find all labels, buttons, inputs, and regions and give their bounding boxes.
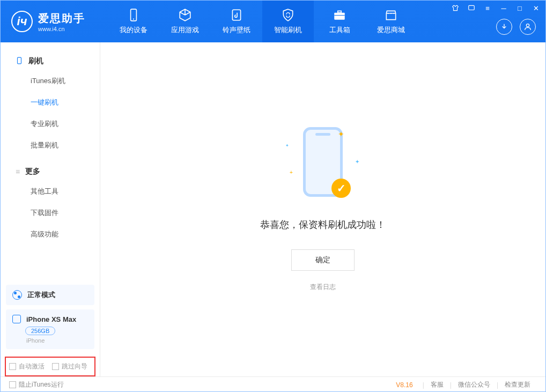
- svg-point-6: [388, 13, 389, 14]
- device-box[interactable]: iPhone XS Max 256GB iPhone: [6, 309, 94, 349]
- main-content: ✓ ✦ ✦ ✦ + 恭喜您，保资料刷机成功啦！ 确定 查看日志: [100, 42, 545, 376]
- sidebar-item-oneclick-flash[interactable]: 一键刷机: [31, 92, 100, 113]
- mode-box[interactable]: 正常模式: [6, 285, 94, 305]
- svg-rect-11: [18, 57, 21, 64]
- svg-rect-4: [338, 11, 342, 12]
- svg-rect-5: [334, 15, 345, 16]
- user-icon[interactable]: [520, 19, 536, 35]
- sidebar-item-advanced[interactable]: 高级功能: [31, 224, 100, 245]
- store-icon: [384, 8, 398, 22]
- download-icon[interactable]: [496, 19, 512, 35]
- footer-link-support[interactable]: 客服: [424, 380, 450, 389]
- list-icon: ≡: [16, 167, 20, 176]
- sidebar-item-itunes-flash[interactable]: iTunes刷机: [31, 70, 100, 92]
- nav-tab-label: 我的设备: [120, 25, 147, 35]
- footer-link-update[interactable]: 检查更新: [498, 380, 537, 389]
- device-name: iPhone XS Max: [26, 315, 76, 323]
- sidebar-section-more: ≡ 更多: [1, 162, 100, 181]
- sidebar-items-more: 其他工具 下载固件 高级功能: [1, 181, 100, 245]
- device-icon: [127, 8, 141, 22]
- shield-refresh-icon: [281, 8, 295, 22]
- checkbox-label: 跳过向导: [62, 362, 87, 371]
- checkbox-box: [52, 363, 59, 370]
- sidebar-item-other-tools[interactable]: 其他工具: [31, 181, 100, 202]
- check-badge-icon: ✓: [331, 179, 351, 198]
- sidebar-item-download-firmware[interactable]: 下载固件: [31, 202, 100, 224]
- svg-point-1: [133, 19, 134, 20]
- device-phone-icon: [12, 315, 21, 323]
- checkbox-row-highlighted: 自动激活 跳过向导: [5, 357, 95, 376]
- version-label: V8.16: [396, 381, 412, 389]
- sparkle-icon: ✦: [285, 143, 289, 148]
- checkbox-box: [9, 381, 16, 388]
- checkbox-box: [9, 363, 16, 370]
- svg-rect-3: [334, 13, 345, 20]
- nav-tab-label: 智能刷机: [274, 25, 302, 35]
- nav-tab-label: 工具箱: [329, 25, 350, 35]
- svg-point-8: [393, 13, 394, 14]
- sidebar-items-flash: iTunes刷机 一键刷机 专业刷机 批量刷机: [1, 70, 100, 156]
- checkbox-label: 阻止iTunes运行: [19, 380, 64, 389]
- sparkle-icon: +: [290, 169, 293, 175]
- svg-rect-2: [232, 10, 240, 20]
- nav-tab-apps[interactable]: 应用游戏: [159, 1, 211, 42]
- app-subtitle: www.i4.cn: [38, 26, 85, 32]
- checkbox-auto-activate[interactable]: 自动激活: [9, 362, 45, 371]
- svg-rect-9: [469, 5, 475, 10]
- sidebar-item-pro-flash[interactable]: 专业刷机: [31, 113, 100, 135]
- section-title-label: 刷机: [28, 56, 43, 66]
- success-message: 恭喜您，保资料刷机成功啦！: [260, 218, 386, 231]
- app-body: 刷机 iTunes刷机 一键刷机 专业刷机 批量刷机 ≡ 更多 其他工具 下载固…: [1, 42, 545, 376]
- logo-text: 爱思助手 www.i4.cn: [38, 11, 85, 32]
- app-title: 爱思助手: [38, 11, 85, 26]
- mode-label: 正常模式: [27, 290, 55, 300]
- sparkle-icon: ✦: [338, 130, 344, 138]
- close-button[interactable]: ✕: [532, 4, 540, 12]
- phone-icon: [16, 57, 23, 66]
- device-type: iPhone: [26, 337, 88, 344]
- app-header: iч 爱思助手 www.i4.cn 我的设备 应用游戏 铃声壁纸 智能刷机 工具…: [1, 1, 545, 42]
- view-log-link[interactable]: 查看日志: [310, 283, 336, 292]
- music-file-icon: [230, 8, 244, 22]
- section-title-label: 更多: [25, 167, 40, 176]
- sidebar: 刷机 iTunes刷机 一键刷机 专业刷机 批量刷机 ≡ 更多 其他工具 下载固…: [1, 42, 100, 376]
- cube-icon: [178, 8, 192, 22]
- nav-tab-label: 应用游戏: [171, 25, 199, 35]
- menu-icon[interactable]: ≡: [483, 4, 492, 12]
- header-right-icons: [496, 19, 536, 35]
- sparkle-icon: ✦: [355, 159, 359, 165]
- normal-mode-icon: [12, 290, 22, 300]
- nav-tab-device[interactable]: 我的设备: [108, 1, 159, 42]
- feedback-icon[interactable]: [467, 4, 476, 12]
- svg-point-7: [390, 13, 392, 14]
- window-controls: ≡ ─ □ ✕: [451, 4, 540, 12]
- sidebar-section-flash: 刷机: [1, 52, 100, 70]
- nav-tab-store[interactable]: 爱思商城: [365, 1, 417, 42]
- sidebar-item-batch-flash[interactable]: 批量刷机: [31, 135, 100, 156]
- footer-link-wechat[interactable]: 微信公众号: [452, 380, 497, 389]
- nav-tab-ringtones[interactable]: 铃声壁纸: [211, 1, 262, 42]
- checkbox-label: 自动激活: [19, 362, 45, 371]
- app-logo-icon: iч: [11, 11, 33, 32]
- maximize-button[interactable]: □: [515, 4, 524, 12]
- nav-tab-label: 铃声壁纸: [223, 25, 250, 35]
- minimize-button[interactable]: ─: [499, 4, 508, 12]
- checkbox-stop-itunes[interactable]: 阻止iTunes运行: [9, 380, 64, 389]
- ok-button[interactable]: 确定: [291, 249, 355, 271]
- capacity-badge: 256GB: [25, 327, 55, 335]
- skin-icon[interactable]: [451, 4, 460, 12]
- svg-point-10: [526, 24, 529, 27]
- checkbox-skip-guide[interactable]: 跳过向导: [52, 362, 87, 371]
- toolbox-icon: [333, 8, 346, 22]
- nav-tab-label: 爱思商城: [377, 25, 405, 35]
- nav-tabs: 我的设备 应用游戏 铃声壁纸 智能刷机 工具箱 爱思商城: [108, 1, 417, 42]
- logo-area: iч 爱思助手 www.i4.cn: [1, 11, 108, 32]
- nav-tab-flash[interactable]: 智能刷机: [262, 1, 314, 42]
- footer: 阻止iTunes运行 V8.16 | 客服 | 微信公众号 | 检查更新: [1, 376, 545, 392]
- nav-tab-toolbox[interactable]: 工具箱: [314, 1, 365, 42]
- success-illustration: ✓ ✦ ✦ ✦ +: [285, 127, 360, 202]
